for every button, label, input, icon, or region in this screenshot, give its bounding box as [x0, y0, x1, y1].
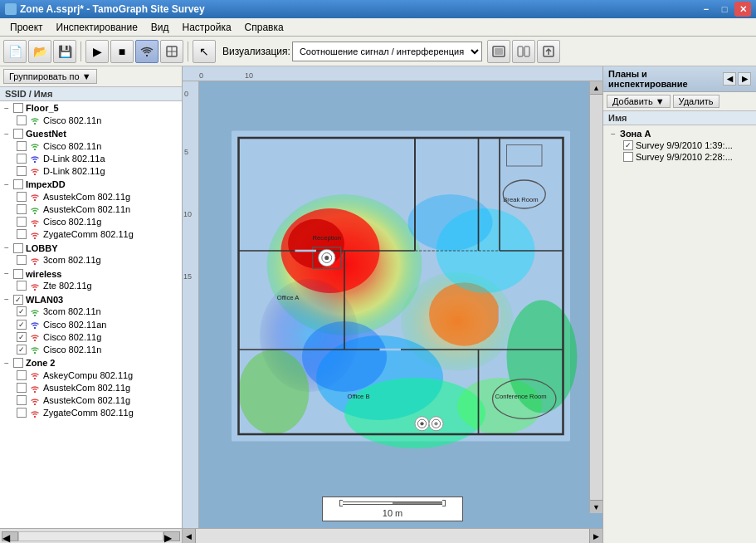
tree-item-row[interactable]: D-Link 802.11a [0, 152, 182, 164]
group-checkbox[interactable] [13, 269, 23, 279]
item-checkbox[interactable] [17, 229, 27, 239]
view-btn-1[interactable] [487, 40, 510, 63]
rp-group-row[interactable]: −Зона А [607, 128, 753, 139]
item-checkbox[interactable] [17, 345, 27, 355]
tree-item-row[interactable]: Zte 802.11g [0, 280, 182, 292]
menu-help[interactable]: Справка [238, 20, 290, 35]
expand-icon[interactable]: − [2, 243, 12, 252]
tree-item-row[interactable]: AsustekCom 802.11g [0, 394, 182, 407]
expand-icon[interactable]: − [2, 104, 12, 113]
item-label: Cisco 802.11n [43, 141, 101, 151]
play-button[interactable]: ▶ [85, 40, 109, 63]
item-checkbox[interactable] [17, 154, 27, 164]
item-checkbox[interactable] [17, 217, 27, 227]
minimize-button[interactable]: − [698, 2, 715, 17]
tree-group-row[interactable]: −WLAN03 [0, 294, 182, 306]
wifi-button[interactable] [135, 40, 159, 63]
tree-item-row[interactable]: Cisco 802.11n [0, 114, 182, 126]
tree-group-row[interactable]: −LOBBY [0, 242, 182, 254]
open-button[interactable]: 📂 [28, 40, 51, 63]
save-button[interactable]: 💾 [53, 40, 76, 63]
rp-nav-back[interactable]: ◀ [723, 72, 736, 86]
expand-icon[interactable]: − [2, 359, 12, 368]
expand-icon[interactable]: − [2, 130, 12, 139]
left-scrollbar[interactable]: ◀ ▶ [0, 528, 182, 543]
item-checkbox[interactable] [17, 281, 27, 291]
group-checkbox[interactable] [13, 243, 23, 253]
group-by-button[interactable]: Группировать по ▼ [3, 69, 97, 84]
item-checkbox[interactable] [17, 204, 27, 214]
scroll-down[interactable]: ▼ [590, 500, 602, 513]
tree-item-row[interactable]: AskeyCompu 802.11g [0, 369, 182, 381]
item-checkbox[interactable] [17, 395, 27, 405]
map-scroll-area[interactable]: 0 5 10 15 [183, 81, 602, 528]
tree-item-row[interactable]: ZygateComm 802.11g [0, 228, 182, 241]
export-btn[interactable] [537, 40, 560, 63]
scan-button[interactable] [160, 40, 183, 63]
group-checkbox[interactable] [13, 103, 23, 113]
view-btn-2[interactable] [512, 40, 535, 63]
tree-item-row[interactable]: Cisco 802.11an [0, 318, 182, 330]
item-checkbox[interactable] [17, 383, 27, 393]
tree-item-row[interactable]: AsustekCom 802.11n [0, 203, 182, 215]
item-checkbox[interactable] [17, 141, 27, 151]
tree-group-row[interactable]: −ImpexDD [0, 179, 182, 190]
expand-icon[interactable]: − [2, 269, 12, 278]
item-checkbox[interactable] [17, 166, 27, 176]
vertical-scrollbar[interactable]: ▲ ▼ [589, 81, 602, 513]
item-checkbox[interactable] [17, 408, 27, 418]
menu-settings[interactable]: Настройка [176, 20, 238, 35]
group-checkbox[interactable] [13, 358, 23, 368]
delete-button[interactable]: Удалить [673, 95, 719, 108]
tree-item-row[interactable]: AsustekCom 802.11g [0, 190, 182, 203]
add-button[interactable]: Добавить ▼ [607, 95, 671, 108]
close-button[interactable]: ✕ [734, 2, 751, 17]
menu-view[interactable]: Вид [144, 20, 176, 35]
tree-item-row[interactable]: 3com 802.11n [0, 306, 182, 318]
scroll-map-right[interactable]: ▶ [589, 529, 602, 543]
expand-icon[interactable]: − [2, 295, 12, 304]
scroll-up[interactable]: ▲ [590, 81, 602, 95]
item-checkbox[interactable] [17, 115, 27, 125]
cursor-button[interactable]: ↖ [193, 40, 216, 63]
rp-item-row[interactable]: Survey 9/9/2010 1:39:... [607, 139, 753, 151]
scroll-map-left[interactable]: ◀ [183, 529, 196, 543]
menu-project[interactable]: Проект [3, 20, 50, 35]
group-checkbox[interactable] [13, 129, 23, 139]
tree-group-row[interactable]: −GuestNet [0, 128, 182, 139]
menu-inspect[interactable]: Инспектирование [50, 20, 144, 35]
tree-group-row[interactable]: −Floor_5 [0, 102, 182, 114]
rp-item-checkbox[interactable] [623, 140, 633, 150]
item-checkbox[interactable] [17, 192, 27, 202]
item-checkbox[interactable] [17, 370, 27, 380]
tree-item-row[interactable]: Cisco 802.11g [0, 330, 182, 343]
new-button[interactable]: 📄 [3, 40, 27, 63]
horizontal-scrollbar[interactable]: ◀ ▶ [183, 528, 602, 543]
tree-item-row[interactable]: AsustekCom 802.11g [0, 381, 182, 394]
viz-select[interactable]: Соотношение сигнал / интерференция Урове… [292, 42, 482, 61]
item-checkbox[interactable] [17, 332, 27, 342]
item-checkbox[interactable] [17, 306, 27, 316]
stop-button[interactable]: ■ [110, 40, 134, 63]
group-checkbox[interactable] [13, 295, 23, 305]
scroll-right[interactable]: ▶ [163, 531, 180, 541]
item-checkbox[interactable] [17, 255, 27, 265]
tree-group-row[interactable]: −wireless [0, 268, 182, 280]
tree-item-row[interactable]: Cisco 802.11n [0, 139, 182, 152]
rp-item-checkbox[interactable] [623, 152, 633, 162]
rp-nav-fwd[interactable]: ▶ [738, 72, 751, 86]
group-checkbox[interactable] [13, 179, 23, 189]
tree-item-row[interactable]: Cisco 802.11g [0, 216, 182, 228]
scroll-left[interactable]: ◀ [2, 531, 18, 541]
tree-group-row[interactable]: −Zone 2 [0, 357, 182, 369]
tree-item-row[interactable]: D-Link 802.11g [0, 164, 182, 177]
tree-item-row[interactable]: Cisco 802.11n [0, 343, 182, 355]
tree-item-row[interactable]: ZygateComm 802.11g [0, 407, 182, 419]
item-checkbox[interactable] [17, 320, 27, 330]
rp-item-row[interactable]: Survey 9/9/2010 2:28:... [607, 151, 753, 163]
rp-expand-icon[interactable]: − [608, 130, 618, 139]
expand-icon[interactable]: − [2, 180, 12, 189]
item-label: AsustekCom 802.11g [43, 192, 130, 202]
maximize-button[interactable]: □ [716, 2, 733, 17]
tree-item-row[interactable]: 3com 802.11g [0, 254, 182, 267]
